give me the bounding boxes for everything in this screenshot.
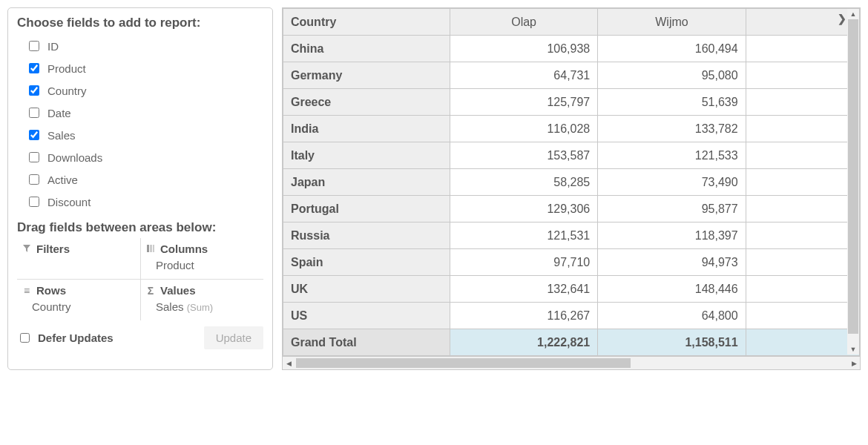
horizontal-scrollbar[interactable]: ◀ ▶ (283, 356, 860, 369)
table-row[interactable]: Greece125,79751,639 (283, 89, 860, 116)
field-checkbox-id[interactable] (29, 41, 39, 51)
field-item[interactable]: Downloads (17, 146, 263, 168)
table-row[interactable]: India116,028133,782 (283, 116, 860, 142)
pivot-grid[interactable]: ❯ Country Olap Wijmo China106,938160,494… (282, 7, 861, 370)
data-cell-empty[interactable] (746, 303, 859, 329)
grand-total-cell[interactable]: 1,222,821 (450, 329, 597, 356)
row-header-cell[interactable]: UK (283, 276, 450, 303)
table-row[interactable]: Russia121,531118,397 (283, 222, 860, 249)
data-cell[interactable]: 58,285 (450, 169, 597, 196)
scroll-left-icon[interactable]: ◀ (283, 357, 295, 369)
scroll-down-icon[interactable]: ▼ (847, 344, 859, 355)
col-header-country[interactable]: Country (283, 9, 450, 36)
grand-total-header[interactable]: Grand Total (283, 329, 450, 356)
grand-total-cell-empty[interactable] (746, 329, 859, 356)
data-cell-empty[interactable] (746, 249, 859, 276)
table-row[interactable]: UK132,641148,446 (283, 276, 860, 303)
scroll-right-icon[interactable]: ▶ (848, 357, 860, 369)
data-cell[interactable]: 116,028 (450, 116, 597, 142)
col-header-wijmo[interactable]: Wijmo (598, 9, 746, 36)
field-item[interactable]: Country (17, 79, 263, 102)
vscroll-thumb[interactable] (848, 19, 858, 334)
scroll-up-icon[interactable]: ▲ (847, 9, 859, 19)
field-checkbox-sales[interactable] (29, 130, 39, 140)
data-cell-empty[interactable] (746, 196, 859, 222)
hscroll-thumb[interactable] (296, 358, 631, 368)
data-cell[interactable]: 64,731 (450, 62, 597, 89)
data-cell[interactable]: 129,306 (450, 196, 597, 222)
row-header-cell[interactable]: Greece (283, 89, 450, 116)
field-item[interactable]: ID (17, 35, 263, 57)
data-cell-empty[interactable] (746, 62, 859, 89)
table-row[interactable]: US116,26764,800 (283, 303, 860, 329)
field-item[interactable]: Date (17, 102, 263, 124)
data-cell-empty[interactable] (746, 116, 859, 142)
field-checkbox-active[interactable] (29, 174, 39, 185)
data-cell[interactable]: 116,267 (450, 303, 597, 329)
defer-updates-toggle[interactable]: Defer Updates (17, 331, 114, 345)
update-button[interactable]: Update (204, 326, 263, 349)
data-cell[interactable]: 64,800 (598, 303, 746, 329)
row-header-cell[interactable]: China (283, 36, 450, 62)
table-row[interactable]: Portugal129,30695,877 (283, 196, 860, 222)
data-cell[interactable]: 132,641 (450, 276, 597, 303)
field-item[interactable]: Active (17, 168, 263, 191)
table-row[interactable]: Italy153,587121,533 (283, 142, 860, 169)
data-cell[interactable]: 94,973 (598, 249, 746, 276)
values-area[interactable]: Σ Values Sales (Sum) (140, 279, 263, 320)
sigma-icon: Σ (145, 285, 156, 297)
vertical-scrollbar[interactable]: ▲ ▼ (847, 9, 859, 355)
data-cell[interactable]: 95,877 (598, 196, 746, 222)
row-header-cell[interactable]: Portugal (283, 196, 450, 222)
field-checkbox-downloads[interactable] (29, 152, 39, 162)
row-header-cell[interactable]: Japan (283, 169, 450, 196)
data-cell[interactable]: 153,587 (450, 142, 597, 169)
rows-area-item[interactable]: Country (22, 299, 136, 314)
data-cell[interactable]: 133,782 (598, 116, 746, 142)
defer-updates-checkbox[interactable] (20, 333, 30, 343)
columns-area-item[interactable]: Product (145, 257, 259, 273)
data-cell-empty[interactable] (746, 36, 859, 62)
values-area-item[interactable]: Sales (Sum) (145, 299, 259, 314)
col-header-olap[interactable]: Olap (450, 9, 597, 36)
row-header-cell[interactable]: Russia (283, 222, 450, 249)
rows-area[interactable]: ≡ Rows Country (17, 279, 140, 320)
field-item[interactable]: Sales (17, 124, 263, 146)
row-header-cell[interactable]: Spain (283, 249, 450, 276)
data-cell[interactable]: 95,080 (598, 62, 746, 89)
data-cell-empty[interactable] (746, 89, 859, 116)
data-cell[interactable]: 121,533 (598, 142, 746, 169)
field-checkbox-country[interactable] (29, 85, 39, 96)
field-checkbox-product[interactable] (29, 63, 39, 73)
table-row[interactable]: Japan58,28573,490 (283, 169, 860, 196)
row-header-cell[interactable]: India (283, 116, 450, 142)
field-item[interactable]: Discount (17, 191, 263, 213)
data-cell[interactable]: 106,938 (450, 36, 597, 62)
grand-total-row[interactable]: Grand Total1,222,8211,158,511 (283, 329, 860, 356)
columns-area[interactable]: Columns Product (140, 238, 263, 279)
data-cell-empty[interactable] (746, 222, 859, 249)
data-cell-empty[interactable] (746, 169, 859, 196)
data-cell[interactable]: 125,797 (450, 89, 597, 116)
table-row[interactable]: Germany64,73195,080 (283, 62, 860, 89)
row-header-cell[interactable]: Germany (283, 62, 450, 89)
table-row[interactable]: Spain97,71094,973 (283, 249, 860, 276)
grand-total-cell[interactable]: 1,158,511 (598, 329, 746, 356)
row-header-cell[interactable]: Italy (283, 142, 450, 169)
data-cell[interactable]: 118,397 (598, 222, 746, 249)
data-cell[interactable]: 51,639 (598, 89, 746, 116)
data-cell[interactable]: 121,531 (450, 222, 597, 249)
data-cell[interactable]: 73,490 (598, 169, 746, 196)
data-cell-empty[interactable] (746, 142, 859, 169)
data-cell[interactable]: 97,710 (450, 249, 597, 276)
field-item[interactable]: Product (17, 57, 263, 79)
table-row[interactable]: China106,938160,494 (283, 36, 860, 62)
svg-rect-1 (150, 245, 152, 252)
row-header-cell[interactable]: US (283, 303, 450, 329)
data-cell[interactable]: 148,446 (598, 276, 746, 303)
data-cell[interactable]: 160,494 (598, 36, 746, 62)
field-checkbox-date[interactable] (29, 108, 39, 118)
filters-area[interactable]: Filters (17, 238, 140, 279)
field-checkbox-discount[interactable] (29, 197, 39, 207)
data-cell-empty[interactable] (746, 276, 859, 303)
